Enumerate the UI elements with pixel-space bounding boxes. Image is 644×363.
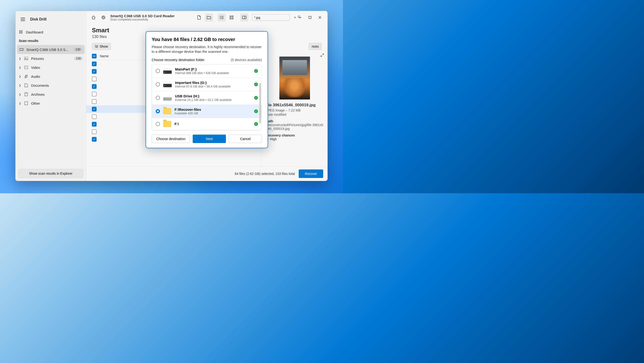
select-all-checkbox[interactable]: [92, 54, 96, 59]
list-view-icon[interactable]: [218, 14, 226, 22]
sidebar-item-label: Other: [31, 101, 40, 105]
archive-icon: [24, 92, 28, 96]
svg-point-34: [97, 46, 98, 47]
hamburger-icon[interactable]: [19, 15, 27, 23]
svg-rect-3: [19, 32, 20, 32]
destination-radio[interactable]: [156, 96, 160, 100]
destination-sub: Internal 886 GB disk • 426 GB available: [175, 71, 251, 75]
row-checkbox[interactable]: ✓: [92, 69, 96, 74]
svg-rect-25: [230, 18, 231, 19]
row-checkbox[interactable]: ✓: [92, 122, 96, 127]
sidebar: Disk Drill Dashboard Scan results SmartQ…: [16, 11, 86, 181]
svg-rect-5: [22, 32, 22, 32]
row-checkbox[interactable]: ✓: [92, 137, 96, 142]
row-checkbox[interactable]: ✓: [92, 84, 96, 89]
next-button[interactable]: Next: [193, 135, 226, 143]
svg-rect-1: [20, 31, 21, 31]
sidebar-item-documents[interactable]: ❯Documents: [16, 81, 86, 90]
search-box[interactable]: ✕: [252, 14, 290, 21]
destination-item[interactable]: Important files (G:)Internal 97.6 GB dis…: [152, 78, 262, 91]
show-in-explorer-button[interactable]: Show scan results in Explorer: [18, 169, 83, 178]
panel-toggle-icon[interactable]: [240, 14, 248, 22]
audio-icon: [24, 74, 28, 79]
sidebar-item-label: Audio: [31, 75, 40, 79]
filter-label: Show: [100, 45, 108, 48]
destination-item[interactable]: USB Drive (H:)External 15.1 GB disk • 15…: [152, 91, 262, 105]
chevron-right-icon: ❯: [19, 93, 21, 96]
sidebar-item-label: Archives: [31, 92, 45, 96]
sidebar-item-audio[interactable]: ❯Audio: [16, 72, 86, 81]
file-icon[interactable]: [195, 14, 203, 22]
sidebar-header: Disk Drill: [16, 11, 86, 28]
svg-rect-18: [25, 102, 28, 105]
status-ok-icon: ✓: [254, 122, 258, 126]
home-icon[interactable]: [90, 14, 98, 22]
row-checkbox[interactable]: ✓: [92, 107, 96, 112]
preview-path-label: Path: [266, 119, 323, 123]
chevron-right-icon: ❯: [19, 66, 21, 69]
choose-destination-button[interactable]: Choose destination: [152, 135, 190, 143]
expand-icon[interactable]: [320, 53, 324, 58]
grid-icon: [19, 30, 23, 34]
recover-button[interactable]: Recover: [299, 169, 323, 178]
svg-rect-6: [19, 33, 20, 34]
destination-name: F:\: [174, 122, 251, 126]
destination-label: Choose recovery destination folder: [152, 58, 204, 62]
status-ok-icon: ✓: [254, 83, 258, 86]
svg-rect-26: [232, 18, 233, 19]
row-checkbox[interactable]: [92, 77, 96, 81]
row-checkbox[interactable]: [92, 99, 96, 104]
devices-count-label: (5 devices available): [231, 58, 262, 62]
sidebar-footer: Show scan results in Explorer: [16, 166, 86, 181]
titlebar-subtitle: Scan completed successfully: [110, 18, 174, 21]
sidebar-item-video[interactable]: ❯Video: [16, 63, 86, 72]
destination-radio[interactable]: [156, 122, 160, 126]
titlebar-info: SmartQ C368 USB 3.0 SD Card Reader Scan …: [110, 14, 174, 21]
show-filter-button[interactable]: Show: [92, 43, 111, 50]
row-checkbox[interactable]: [92, 114, 96, 119]
titlebar-title: SmartQ C368 USB 3.0 SD Card Reader: [110, 14, 174, 18]
sidebar-item-archives[interactable]: ❯Archives: [16, 90, 86, 99]
destination-scrollbar[interactable]: [259, 83, 261, 123]
search-input[interactable]: [254, 16, 294, 19]
preview-thumbnail: [279, 57, 310, 100]
drive-icon: [163, 68, 172, 74]
destination-radio[interactable]: [156, 82, 160, 87]
preview-filename: file 3961x5546_000019.jpg: [266, 103, 323, 108]
preview-chances-value: ★High: [266, 137, 323, 141]
row-checkbox[interactable]: [92, 129, 96, 134]
destination-item[interactable]: F:\Recover-filesAvailable 426 GB✓: [152, 105, 262, 118]
sidebar-item-pictures[interactable]: ❯Pictures130: [16, 54, 86, 63]
sidebar-section-scan-results: Scan results: [16, 37, 86, 45]
recovery-chances-button[interactable]: nces: [308, 43, 322, 50]
svg-point-12: [25, 58, 26, 59]
sliders-icon: [95, 45, 98, 48]
row-checkbox[interactable]: ✓: [92, 62, 96, 66]
video-icon: [24, 65, 28, 70]
grid-view-icon[interactable]: [228, 14, 236, 22]
sidebar-item-device[interactable]: SmartQ C368 USB 3.0 S... 130: [17, 45, 84, 54]
destination-name: F:\Recover-files: [174, 108, 251, 112]
sidebar-item-dashboard[interactable]: Dashboard: [16, 28, 86, 37]
picture-icon: [24, 56, 28, 61]
sidebar-item-label: Dashboard: [26, 30, 43, 34]
sidebar-item-other[interactable]: ❯Other: [16, 99, 86, 108]
maximize-button[interactable]: [306, 14, 314, 21]
destination-radio[interactable]: [156, 109, 160, 113]
document-icon: [24, 83, 28, 88]
folder-icon[interactable]: [205, 14, 213, 22]
titlebar: SmartQ C368 USB 3.0 SD Card Reader Scan …: [86, 11, 328, 24]
destination-item[interactable]: MainPart (F:)Internal 886 GB disk • 426 …: [152, 64, 262, 78]
svg-rect-7: [20, 33, 21, 34]
drive-icon: [163, 95, 172, 101]
destination-item[interactable]: F:\✓: [152, 118, 262, 130]
minimize-button[interactable]: [296, 14, 304, 21]
row-checkbox[interactable]: [92, 92, 96, 96]
svg-point-10: [22, 49, 23, 50]
destination-radio[interactable]: [156, 69, 160, 73]
close-button[interactable]: [316, 14, 324, 21]
destination-sub: Internal 97.6 GB disk • 38.4 GB availabl…: [175, 85, 251, 88]
cancel-button[interactable]: Cancel: [229, 135, 262, 143]
modal-title: You have 84 files / 2.62 GB to recover: [152, 37, 262, 42]
status-ok-icon: ✓: [254, 69, 258, 73]
